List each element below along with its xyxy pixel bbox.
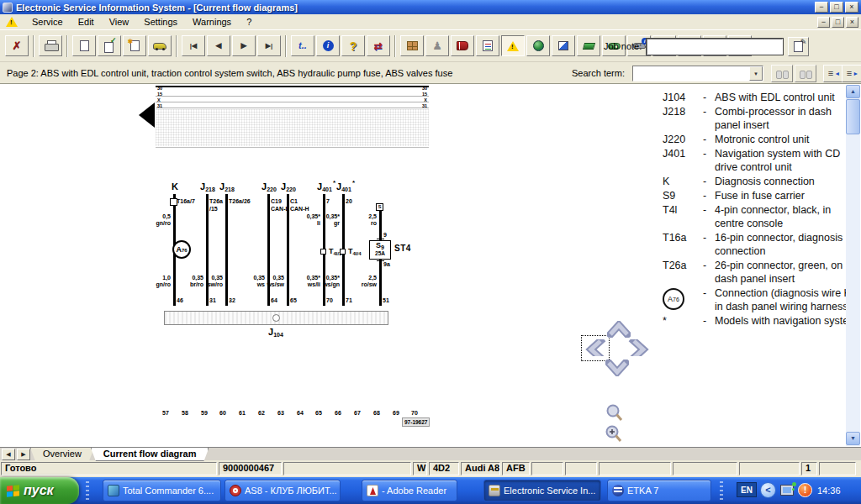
globe-button[interactable] xyxy=(526,35,550,56)
restore-button[interactable]: □ xyxy=(832,17,844,28)
tab-scroll-left-button[interactable]: ◀ xyxy=(2,449,15,460)
menu-item-warnings[interactable]: Warnings xyxy=(185,15,239,29)
connector-label: 7 xyxy=(326,198,330,205)
list-icon: ≡ xyxy=(847,69,852,78)
wire-color-label: 0,35 xyxy=(254,275,284,281)
parts-catalog-button[interactable] xyxy=(400,35,424,56)
legend-dash: - xyxy=(703,259,715,272)
info-button[interactable]: i xyxy=(316,35,340,56)
search-term-combobox[interactable]: ▼ xyxy=(632,66,763,81)
job-note-edit-button[interactable] xyxy=(788,37,809,56)
next-page-button[interactable]: ▶ xyxy=(232,35,256,56)
job-note-input[interactable] xyxy=(647,39,783,55)
document-list-button[interactable] xyxy=(476,35,499,56)
terminal-label: J401* xyxy=(332,182,356,192)
search-term-label: Search term: xyxy=(572,68,625,78)
menu-item-service[interactable]: Service xyxy=(24,15,71,29)
menu-item-help[interactable]: ? xyxy=(239,15,259,29)
menu-item-view[interactable]: View xyxy=(102,15,137,29)
exit-button[interactable]: ✗ xyxy=(5,35,29,56)
manual-icon xyxy=(457,41,468,50)
connector-label: T26a xyxy=(209,198,223,205)
exit-icon: ✗ xyxy=(13,40,22,51)
fuse-pin-top: 9 xyxy=(383,232,387,239)
jump-t-button[interactable]: t.. xyxy=(291,35,314,56)
wire-line xyxy=(267,194,270,306)
scrollbar-thumb[interactable] xyxy=(846,99,860,134)
figure-button[interactable]: ♟ xyxy=(425,35,449,56)
close-button[interactable]: × xyxy=(846,17,858,28)
first-page-button[interactable]: |◀ xyxy=(182,35,205,56)
swap-windows-button[interactable]: ⇄ xyxy=(367,35,390,56)
taskbar-button[interactable]: - Adobe Reader xyxy=(362,480,457,501)
new-note-button[interactable] xyxy=(123,35,146,56)
zoom-out-button[interactable] xyxy=(605,403,624,427)
alert-icon[interactable] xyxy=(798,483,812,497)
copy-pages-button[interactable] xyxy=(98,35,121,56)
taskbar-button[interactable]: Total Commander 6.... xyxy=(103,480,221,501)
wire-color-label: sw/ro xyxy=(193,281,223,288)
tab-overview[interactable]: Overview xyxy=(30,448,94,461)
network-icon[interactable] xyxy=(780,485,794,496)
pan-left-button[interactable] xyxy=(585,339,609,356)
minimize-button[interactable]: − xyxy=(815,2,828,13)
pan-down-button[interactable] xyxy=(605,360,629,376)
opera-icon xyxy=(230,485,241,496)
taskbar-button[interactable]: AS8 - КЛУБ ЛЮБИТ... xyxy=(224,480,341,501)
status-cell: 9000000467 xyxy=(219,462,282,475)
new-document-button[interactable] xyxy=(72,35,96,56)
wire-size-label: 2,5 xyxy=(346,213,377,220)
pan-right-button[interactable] xyxy=(626,339,649,356)
track-number: 70 xyxy=(411,410,418,416)
tab-scroll-right-button[interactable]: ▶ xyxy=(17,449,30,460)
language-indicator[interactable]: EN xyxy=(737,482,757,497)
document-list-icon xyxy=(483,40,493,51)
manual-button[interactable] xyxy=(451,35,474,56)
flag-button[interactable] xyxy=(552,35,575,56)
vehicle-icon xyxy=(153,43,166,50)
pin-number: 46 xyxy=(177,297,183,303)
print-button[interactable] xyxy=(39,35,62,56)
pan-up-button[interactable] xyxy=(607,321,631,338)
search-term-value[interactable] xyxy=(633,66,749,81)
tab-current-flow-diagram[interactable]: Current flow diagram xyxy=(91,448,209,461)
new-note-icon xyxy=(130,40,140,51)
repair-group-icon xyxy=(582,43,594,50)
chevron-down-icon[interactable]: ▼ xyxy=(749,66,763,81)
previous-page-button[interactable]: ◀ xyxy=(207,35,230,56)
taskbar-button-label: AS8 - КЛУБ ЛЮБИТ... xyxy=(245,486,337,496)
taskbar-button[interactable]: Electronic Service In... xyxy=(483,480,601,501)
warnings-button[interactable] xyxy=(501,35,525,56)
vehicle-button[interactable] xyxy=(148,35,172,56)
legend-item: T16a-16-pin connector, diagnosis connect… xyxy=(663,231,844,258)
status-cell: Audi A8 xyxy=(461,462,500,475)
last-page-button[interactable]: ▶| xyxy=(257,35,281,56)
taskbar-button[interactable]: ETKA 7 xyxy=(607,480,711,501)
start-button[interactable]: пуск xyxy=(0,477,79,504)
new-document-icon xyxy=(80,40,89,51)
wire-size-label: gr xyxy=(309,220,340,227)
previous-page-arrow[interactable] xyxy=(139,102,155,128)
menu-item-edit[interactable]: Edit xyxy=(71,15,102,29)
total-commander-icon xyxy=(108,485,119,496)
arrow-left-icon: ◄ xyxy=(834,71,840,76)
restore-button[interactable]: □ xyxy=(830,2,843,13)
legend-item: *-Models with navigation system xyxy=(663,314,844,328)
help-button[interactable]: ? xyxy=(341,35,365,56)
repair-group-button[interactable] xyxy=(577,35,600,56)
legend-item: K-Diagnosis connection xyxy=(663,175,844,188)
wire-color-label: 0,35* xyxy=(309,275,340,281)
window-title: Electronic Service Information System - … xyxy=(16,3,298,13)
scroll-up-button[interactable]: ▲ xyxy=(846,85,860,98)
scroll-down-button[interactable]: ▼ xyxy=(846,432,860,445)
tray-collapse-icon[interactable] xyxy=(760,482,776,498)
zoom-in-button[interactable] xyxy=(605,424,623,447)
app-icon xyxy=(3,3,13,13)
rail-label: 30 xyxy=(157,86,162,91)
close-button[interactable]: × xyxy=(845,2,858,13)
minimize-button[interactable]: − xyxy=(817,17,830,28)
index-forward-button[interactable]: ≡► xyxy=(842,65,861,82)
menu-item-settings[interactable]: Settings xyxy=(136,15,185,29)
vertical-scrollbar[interactable]: ▲ ▼ xyxy=(846,85,860,446)
rail-line xyxy=(156,96,429,97)
